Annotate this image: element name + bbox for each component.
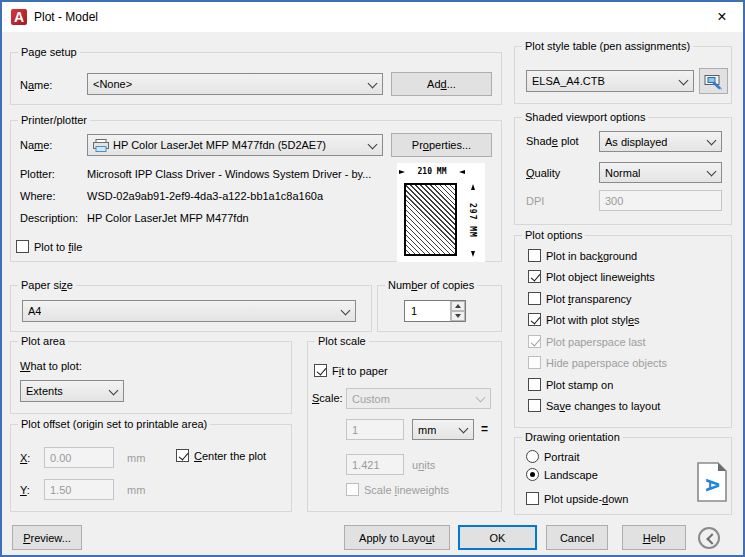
scale-unit-combo[interactable]: mm (412, 419, 474, 440)
printer-name-label: Name: (20, 139, 52, 152)
shade-plot-label: Shade plot (526, 135, 579, 148)
page-setup-name-label: Name: (20, 79, 52, 92)
scale-drawing-units-input[interactable]: 1.421 (346, 454, 404, 475)
plot-paperspace-last-checkbox[interactable]: Plot paperspace last (528, 335, 646, 348)
help-button[interactable]: Help (622, 525, 686, 550)
paper-size-combo[interactable]: A4 (22, 300, 356, 322)
plot-dialog: A Plot - Model × Page setup Name: <None>… (0, 0, 745, 557)
scale-lineweights-checkbox[interactable]: Scale lineweights (346, 483, 449, 496)
plot-to-file-checkbox[interactable]: Plot to file (16, 240, 82, 253)
autocad-logo-icon: A (11, 9, 27, 25)
triangle-up-icon (455, 304, 461, 308)
portrait-radio[interactable]: Portrait (526, 450, 579, 463)
chevron-down-icon (109, 387, 118, 396)
landscape-paper-icon: A (697, 462, 727, 504)
offset-y-input[interactable]: 1.50 (44, 479, 114, 500)
edit-plot-style-button[interactable] (699, 68, 728, 94)
triangle-down-icon (455, 314, 461, 318)
plot-scale-title: Plot scale (315, 335, 369, 347)
copies-title: Number of copies (385, 279, 477, 291)
plot-options-title: Plot options (522, 229, 585, 241)
quality-label: Quality (526, 167, 560, 180)
checkbox-box (528, 313, 541, 326)
svg-text:A: A (702, 478, 723, 492)
units-label: units (412, 459, 435, 472)
dpi-input[interactable]: 300 (599, 190, 722, 211)
offset-x-label: X: (20, 452, 30, 465)
checkbox-box (526, 492, 539, 505)
spin-down-button[interactable] (451, 311, 465, 321)
description-value: HP Color LaserJet MFP M477fdn (87, 212, 249, 225)
radio-circle (526, 450, 539, 463)
checkbox-box (528, 249, 541, 262)
chevron-down-icon (679, 77, 688, 86)
chevron-down-icon (459, 425, 468, 434)
preview-button[interactable]: Preview... (12, 525, 82, 550)
offset-y-unit: mm (127, 484, 145, 497)
plot-stamp-on-checkbox[interactable]: Plot stamp on (528, 378, 613, 391)
chevron-down-icon (707, 168, 716, 177)
paper-preview: 210 MM 297 MM (397, 163, 485, 262)
center-the-plot-checkbox[interactable]: Center the plot (176, 449, 266, 462)
plot-upside-down-checkbox[interactable]: Plot upside-down (526, 492, 628, 505)
checkbox-box (528, 399, 541, 412)
hide-paperspace-objects-checkbox[interactable]: Hide paperspace objects (528, 356, 667, 369)
quality-combo[interactable]: Normal (599, 162, 722, 183)
plot-in-background-checkbox[interactable]: Plot in background (528, 249, 637, 262)
page-setup-title: Page setup (18, 46, 80, 58)
landscape-radio[interactable]: Landscape (526, 468, 598, 481)
what-to-plot-label: What to plot: (20, 360, 82, 373)
title-bar: A Plot - Model × (2, 2, 743, 32)
save-changes-to-layout-checkbox[interactable]: Save changes to layout (528, 399, 660, 412)
fit-to-paper-checkbox[interactable]: Fit to paper (314, 364, 388, 377)
printer-group-title: Printer/plotter (18, 114, 90, 126)
plot-transparency-checkbox[interactable]: Plot transparency (528, 292, 632, 305)
checkbox-box (314, 364, 327, 377)
checkbox-box (346, 483, 359, 496)
description-label: Description: (20, 212, 78, 225)
plot-style-title: Plot style table (pen assignments) (522, 40, 693, 52)
plotter-value: Microsoft IPP Class Driver - Windows Sys… (87, 168, 371, 181)
edit-pen-table-icon (704, 73, 723, 90)
checkbox-box (528, 292, 541, 305)
chevron-down-icon (707, 137, 716, 146)
offset-x-unit: mm (127, 452, 145, 465)
checkbox-box (528, 270, 541, 283)
offset-x-input[interactable]: 0.00 (44, 447, 114, 468)
apply-to-layout-button[interactable]: Apply to Layout (344, 525, 450, 550)
shade-plot-combo[interactable]: As displayed (599, 131, 722, 152)
where-value: WSD-02a9ab91-2ef9-4da3-a122-bb1a1c8a160a (87, 190, 323, 203)
properties-button[interactable]: Properties... (391, 133, 492, 157)
scale-paper-units-input[interactable]: 1 (346, 419, 404, 440)
cancel-button[interactable]: Cancel (546, 525, 608, 550)
where-label: Where: (20, 190, 55, 203)
printer-name-combo[interactable]: HP Color LaserJet MFP M477fdn (5D2AE7) (87, 134, 383, 156)
what-to-plot-combo[interactable]: Extents (20, 380, 124, 402)
less-options-button[interactable] (698, 527, 720, 549)
page-setup-name-combo[interactable]: <None> (87, 73, 383, 95)
chevron-down-icon (341, 307, 350, 316)
plot-area-title: Plot area (18, 335, 68, 347)
offset-y-label: Y: (20, 484, 30, 497)
plot-style-combo[interactable]: ELSA_A4.CTB (526, 70, 694, 92)
ok-button[interactable]: OK (458, 525, 537, 550)
chevron-down-icon (368, 80, 377, 89)
shaded-viewport-title: Shaded viewport options (522, 111, 648, 123)
chevron-down-icon (476, 394, 485, 403)
plot-with-plot-styles-checkbox[interactable]: Plot with plot styles (528, 313, 640, 326)
close-icon[interactable]: × (711, 6, 733, 28)
dialog-title: Plot - Model (34, 10, 98, 24)
checkbox-box (528, 335, 541, 348)
paper-width-dimension: 210 MM (399, 167, 465, 176)
plot-object-lineweights-checkbox[interactable]: Plot object lineweights (528, 270, 655, 283)
scale-combo[interactable]: Custom (346, 388, 491, 409)
checkbox-box (528, 378, 541, 391)
dpi-label: DPI (526, 195, 544, 208)
add-button[interactable]: Add... (391, 72, 492, 96)
copies-spinner[interactable]: 1 (404, 300, 466, 322)
printer-icon (93, 139, 109, 152)
spin-up-button[interactable] (451, 301, 465, 311)
checkbox-box (16, 240, 29, 253)
checkbox-box (528, 356, 541, 369)
drawing-orientation-title: Drawing orientation (522, 431, 623, 443)
